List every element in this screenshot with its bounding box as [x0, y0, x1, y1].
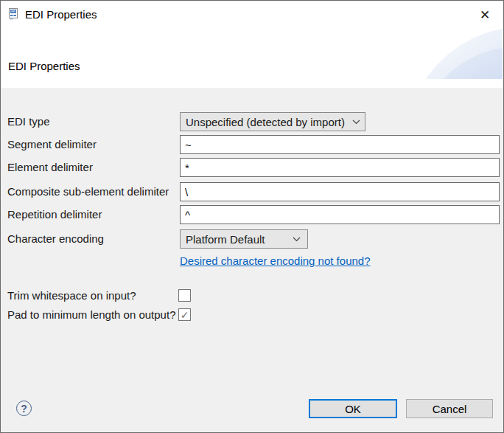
- edi-type-label: EDI type: [7, 112, 50, 131]
- chevron-down-icon: [293, 237, 301, 242]
- composite-sub-element-delimiter-label: Composite sub-element delimiter: [7, 182, 169, 201]
- character-encoding-label: Character encoding: [7, 229, 104, 249]
- composite-sub-element-delimiter-input[interactable]: [180, 182, 500, 201]
- element-delimiter-label: Element delimiter: [7, 158, 93, 177]
- element-delimiter-input[interactable]: [180, 158, 500, 177]
- edi-properties-dialog: EDI Properties ✕ EDI Properties EDI type…: [0, 0, 504, 433]
- help-button[interactable]: ?: [16, 401, 32, 416]
- edi-type-value: Unspecified (detected by import): [186, 116, 345, 128]
- title-bar: EDI Properties ✕: [1, 1, 503, 29]
- cancel-button[interactable]: Cancel: [406, 399, 493, 418]
- edi-file-icon: [8, 8, 18, 20]
- trim-whitespace-checkbox[interactable]: [178, 289, 191, 302]
- banner-gradient-decoration: [420, 26, 503, 79]
- segment-delimiter-input[interactable]: [180, 135, 500, 154]
- segment-delimiter-label: Segment delimiter: [7, 135, 97, 154]
- question-mark-icon: ?: [21, 403, 27, 415]
- window-title: EDI Properties: [25, 1, 97, 29]
- dialog-heading: EDI Properties: [8, 60, 80, 72]
- check-icon: ✓: [181, 310, 189, 320]
- encoding-not-found-link[interactable]: Desired character encoding not found?: [180, 254, 371, 267]
- close-icon[interactable]: ✕: [475, 4, 495, 25]
- chevron-down-icon: [352, 119, 360, 125]
- trim-whitespace-label: Trim whitespace on input?: [7, 289, 136, 302]
- ok-button[interactable]: OK: [309, 399, 397, 418]
- repetition-delimiter-label: Repetition delimiter: [7, 205, 102, 224]
- character-encoding-dropdown[interactable]: Platform Default: [180, 229, 308, 249]
- pad-minimum-length-checkbox[interactable]: ✓: [178, 308, 191, 321]
- pad-minimum-length-label: Pad to minimum length on output?: [7, 308, 175, 322]
- repetition-delimiter-input[interactable]: [180, 205, 500, 224]
- edi-type-dropdown[interactable]: Unspecified (detected by import): [180, 112, 365, 131]
- character-encoding-value: Platform Default: [186, 233, 265, 246]
